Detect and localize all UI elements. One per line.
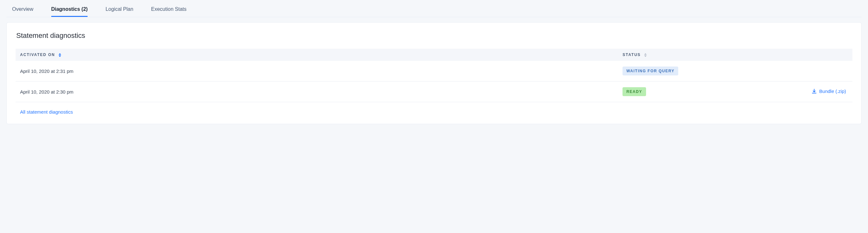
page: Overview Diagnostics (2) Logical Plan Ex… (0, 0, 868, 134)
download-bundle-label: Bundle (.zip) (819, 89, 846, 94)
diagnostics-card: Statement diagnostics Activated on Statu… (6, 22, 862, 124)
diagnostics-table: Activated on Status (16, 49, 852, 102)
tab-execution-stats[interactable]: Execution Stats (151, 4, 187, 17)
cell-activated-on: April 10, 2020 at 2:30 pm (16, 81, 618, 102)
table-header-row: Activated on Status (16, 49, 852, 61)
column-header-activated-on[interactable]: Activated on (16, 49, 618, 61)
table-row: April 10, 2020 at 2:30 pm READY Bundle (… (16, 81, 852, 102)
cell-status: WAITING FOR QUERY (618, 61, 752, 81)
column-header-activated-on-label: Activated on (20, 53, 55, 57)
cell-status: READY (618, 81, 752, 102)
column-header-status-label: Status (622, 53, 641, 57)
cell-activated-on: April 10, 2020 at 2:31 pm (16, 61, 618, 81)
table-row: April 10, 2020 at 2:31 pm WAITING FOR QU… (16, 61, 852, 81)
status-badge: WAITING FOR QUERY (622, 67, 678, 75)
sort-icon[interactable] (644, 53, 647, 57)
download-bundle-link[interactable]: Bundle (.zip) (812, 89, 846, 94)
cell-action: Bundle (.zip) (752, 81, 852, 102)
card-title: Statement diagnostics (16, 32, 852, 40)
cell-action (752, 61, 852, 81)
status-badge: READY (622, 87, 646, 96)
column-header-status[interactable]: Status (618, 49, 752, 61)
column-header-action (752, 49, 852, 61)
tab-overview[interactable]: Overview (12, 4, 33, 17)
sort-icon[interactable] (59, 53, 61, 57)
tab-logical-plan[interactable]: Logical Plan (105, 4, 133, 17)
all-statement-diagnostics-link[interactable]: All statement diagnostics (20, 109, 73, 114)
tab-bar: Overview Diagnostics (2) Logical Plan Ex… (6, 0, 862, 17)
download-icon (812, 89, 817, 94)
tab-diagnostics[interactable]: Diagnostics (2) (51, 4, 88, 17)
